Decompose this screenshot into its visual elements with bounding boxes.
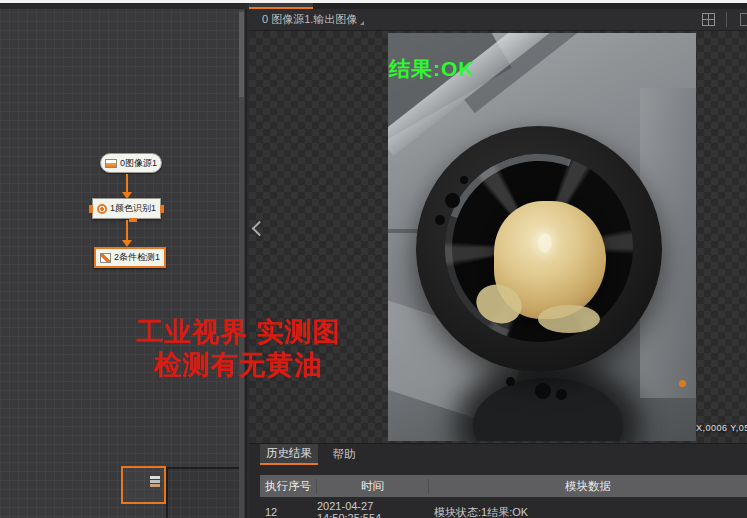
- flow-node-label: 1颜色识别1: [110, 202, 156, 215]
- housing-hole: [435, 215, 445, 225]
- orange-dot: [679, 380, 686, 387]
- flow-arrow-head-icon: [122, 240, 132, 247]
- condition-check-icon: [100, 253, 111, 263]
- table-header-row: 执行序号 时间 模块数据: [260, 475, 747, 497]
- grease-highlight: [538, 233, 552, 253]
- scrollbar-thumb[interactable]: [239, 12, 244, 97]
- cell-data: 模块状态:1结果:OK: [429, 505, 747, 518]
- viewer-panel: 0 图像源1.输出图像: [249, 3, 747, 518]
- flow-canvas[interactable]: 0图像源1 1颜色识别1 2条件检测1: [0, 3, 247, 518]
- housing-hole: [460, 176, 468, 184]
- flow-arrow: [126, 220, 128, 241]
- housing-hole: [506, 377, 515, 386]
- inspection-photo: [388, 33, 696, 441]
- tab-history-results[interactable]: 历史结果: [260, 444, 318, 465]
- image-tab[interactable]: 0 图像源1.输出图像: [262, 12, 357, 27]
- tab-help[interactable]: 帮助: [318, 444, 370, 465]
- flow-panel-scrollbar[interactable]: [239, 10, 244, 518]
- coordinate-overlay: X,0006 Y,050: [696, 423, 747, 433]
- cell-seq: 12: [260, 506, 317, 518]
- housing-hole: [556, 389, 567, 400]
- annotation-line2: 检测有无黄油: [116, 349, 360, 382]
- annotation-line1: 工业视界 实测图: [116, 316, 360, 349]
- flow-panel-topbar: [0, 3, 247, 9]
- housing-hole: [535, 383, 551, 399]
- flow-node-label: 2条件检测1: [114, 251, 160, 264]
- header-cell-seq: 执行序号: [260, 479, 317, 494]
- minimap-nodes-icon: [150, 475, 160, 488]
- flow-node-label: 0图像源1: [120, 157, 157, 170]
- table-row[interactable]: 12 2021-04-27 14:50:25:554 模块状态:1结果:OK: [260, 503, 747, 518]
- housing-hole: [445, 193, 460, 208]
- flow-node-condition-check[interactable]: 2条件检测1: [94, 247, 166, 268]
- image-tab-bar: 0 图像源1.输出图像: [249, 9, 747, 31]
- window-top-strip: [0, 0, 747, 3]
- tab-caret-icon[interactable]: [360, 21, 364, 25]
- header-cell-data: 模块数据: [429, 479, 747, 494]
- history-panel: 历史结果 帮助 执行序号 时间 模块数据 12 2021-04-27 14:50…: [249, 443, 747, 518]
- flow-node-image-source[interactable]: 0图像源1: [100, 153, 162, 173]
- collapse-left-icon[interactable]: [252, 221, 268, 237]
- toolbar-separator: [726, 12, 727, 27]
- app-window: 0图像源1 1颜色识别1 2条件检测1: [0, 0, 747, 518]
- annotation-text: 工业视界 实测图 检测有无黄油: [116, 316, 360, 382]
- flow-node-color-recognition[interactable]: 1颜色识别1: [92, 198, 161, 219]
- minimap-viewport[interactable]: [121, 466, 166, 504]
- secondary-layout-icon[interactable]: [740, 13, 747, 26]
- result-overlay: 结果:OK: [389, 55, 475, 83]
- layout-grid-icon[interactable]: [702, 13, 715, 26]
- cell-time: 2021-04-27 14:50:25:554: [317, 500, 429, 518]
- image-source-icon: [105, 159, 117, 168]
- node-port: [160, 205, 164, 213]
- color-recognition-icon: [97, 204, 107, 214]
- flow-minimap[interactable]: [166, 467, 242, 518]
- flow-arrow: [126, 174, 128, 193]
- grease-drip: [538, 305, 600, 333]
- header-cell-time: 时间: [317, 479, 429, 494]
- node-port: [129, 218, 137, 222]
- node-port: [89, 205, 93, 213]
